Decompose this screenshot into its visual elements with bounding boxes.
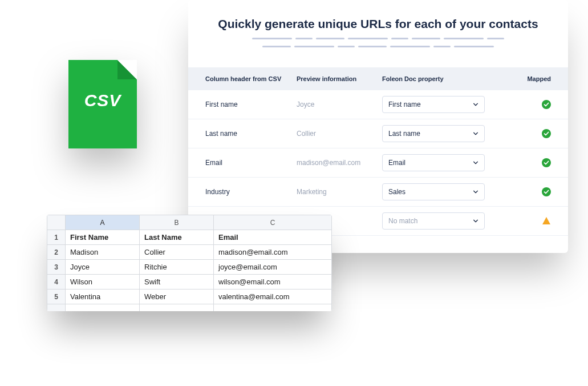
cell[interactable]: Ritchie: [140, 260, 214, 275]
csv-column-name: First name: [205, 100, 297, 108]
csv-file-icon: CSV: [68, 60, 137, 148]
csv-column-name: Email: [205, 159, 297, 167]
svg-point-3: [542, 187, 551, 196]
chevron-down-icon: [473, 102, 478, 107]
cell[interactable]: Weber: [140, 290, 214, 304]
table-row: 2MadisonColliermadison@email.com: [47, 245, 332, 260]
row-number[interactable]: 2: [47, 245, 66, 260]
check-circle-icon: [542, 158, 551, 167]
row-number[interactable]: [47, 304, 66, 311]
cell[interactable]: Valentina: [66, 290, 140, 304]
mapping-column-headers: Column header from CSV Preview informati…: [188, 67, 568, 90]
property-select[interactable]: First name: [382, 96, 485, 113]
corner-cell: [47, 215, 66, 230]
cell[interactable]: valentina@email.com: [214, 290, 332, 304]
check-circle-icon: [542, 100, 551, 109]
property-select[interactable]: No match: [382, 212, 485, 230]
mapping-row: IndustryMarketingSales: [188, 178, 568, 207]
cell[interactable]: wilson@email.com: [214, 275, 332, 290]
chevron-down-icon: [473, 189, 478, 195]
mapping-title: Quickly generate unique URLs for each of…: [188, 0, 568, 38]
property-select-value: First name: [388, 100, 421, 108]
chevron-down-icon: [473, 218, 478, 224]
preview-value: madison@email.com: [297, 159, 382, 167]
table-row: [47, 304, 332, 311]
row-number[interactable]: 5: [47, 290, 66, 304]
property-select-value: Sales: [388, 188, 405, 196]
cell[interactable]: joyce@email.com: [214, 260, 332, 275]
spreadsheet-col-header-row: A B C: [47, 215, 332, 230]
description-placeholder: [188, 38, 568, 67]
check-circle-icon: [542, 129, 551, 138]
cell[interactable]: Swift: [140, 275, 214, 290]
table-row: 4WilsonSwiftwilson@email.com: [47, 275, 332, 290]
cell[interactable]: Wilson: [66, 275, 140, 290]
csv-column-name: Last name: [205, 130, 297, 138]
csv-file-label: CSV: [68, 91, 137, 110]
svg-point-2: [542, 158, 551, 167]
check-circle-icon: [542, 187, 551, 196]
cell[interactable]: Email: [214, 230, 332, 245]
spreadsheet-header-row: 1First NameLast NameEmail: [47, 230, 332, 245]
header-csv: Column header from CSV: [205, 75, 297, 82]
cell[interactable]: First Name: [66, 230, 140, 245]
chevron-down-icon: [473, 131, 478, 136]
row-number[interactable]: 1: [47, 230, 66, 245]
svg-point-1: [542, 129, 551, 138]
cell[interactable]: [214, 304, 332, 311]
table-row: 5ValentinaWebervalentina@email.com: [47, 290, 332, 304]
chevron-down-icon: [473, 160, 478, 166]
spreadsheet-table: A B C 1First NameLast NameEmail2MadisonC…: [47, 215, 332, 311]
cell[interactable]: Madison: [66, 245, 140, 260]
svg-point-0: [542, 100, 551, 109]
property-select-value: Email: [388, 159, 405, 167]
csv-column-name: Industry: [205, 188, 297, 196]
property-select[interactable]: Sales: [382, 183, 485, 200]
mapping-row: Last nameCollierLast name: [188, 119, 568, 148]
property-select-value: Last name: [388, 130, 420, 138]
warning-triangle-icon: [542, 216, 551, 226]
preview-value: Collier: [297, 130, 382, 138]
table-row: 3JoyceRitchiejoyce@email.com: [47, 260, 332, 275]
col-header[interactable]: B: [140, 215, 214, 230]
header-mapped: Mapped: [496, 75, 551, 82]
cell[interactable]: Last Name: [140, 230, 214, 245]
cell[interactable]: Collier: [140, 245, 214, 260]
cell[interactable]: madison@email.com: [214, 245, 332, 260]
mapping-row: Emailmadison@email.comEmail: [188, 148, 568, 178]
row-number[interactable]: 4: [47, 275, 66, 290]
property-select[interactable]: Last name: [382, 125, 485, 142]
header-preview: Preview information: [297, 75, 382, 82]
cell[interactable]: Joyce: [66, 260, 140, 275]
col-header[interactable]: A: [66, 215, 140, 230]
property-select[interactable]: Email: [382, 154, 485, 171]
preview-value: Marketing: [297, 188, 382, 196]
row-number[interactable]: 3: [47, 260, 66, 275]
header-prop: Foleon Doc property: [382, 75, 496, 82]
cell[interactable]: [66, 304, 140, 311]
col-header[interactable]: C: [214, 215, 332, 230]
mapping-row: First nameJoyceFirst name: [188, 90, 568, 119]
spreadsheet-preview: A B C 1First NameLast NameEmail2MadisonC…: [47, 215, 332, 311]
cell[interactable]: [140, 304, 214, 311]
property-select-value: No match: [388, 217, 417, 225]
preview-value: Joyce: [297, 100, 382, 108]
